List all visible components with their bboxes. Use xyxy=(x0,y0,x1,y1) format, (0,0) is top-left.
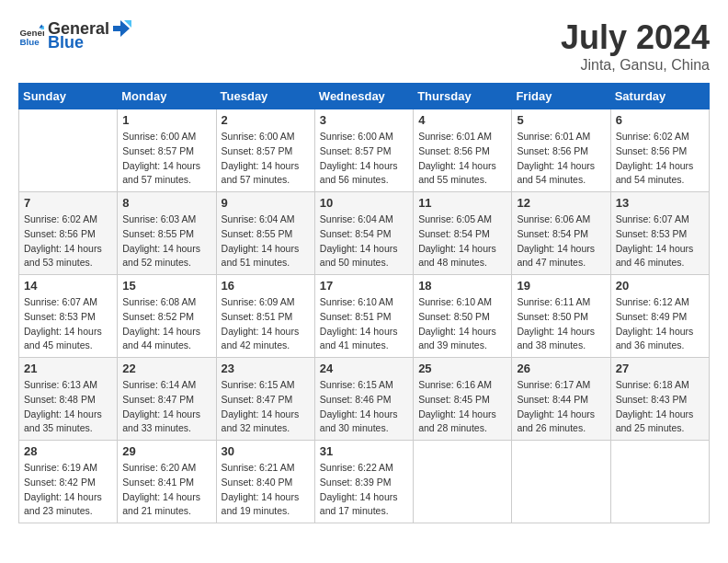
calendar-day-cell: 12Sunrise: 6:06 AMSunset: 8:54 PMDayligh… xyxy=(512,192,610,275)
day-number: 15 xyxy=(122,279,210,293)
day-number: 30 xyxy=(222,444,310,458)
calendar-day-cell: 29Sunrise: 6:20 AMSunset: 8:41 PMDayligh… xyxy=(118,441,216,523)
day-number: 16 xyxy=(222,279,310,293)
calendar-day-cell: 15Sunrise: 6:08 AMSunset: 8:52 PMDayligh… xyxy=(118,275,216,358)
logo: General Blue General Blue xyxy=(18,18,131,52)
calendar-day-cell: 8Sunrise: 6:03 AMSunset: 8:55 PMDaylight… xyxy=(118,192,216,275)
day-sun-info: Sunrise: 6:03 AMSunset: 8:55 PMDaylight:… xyxy=(122,213,210,270)
day-sun-info: Sunrise: 6:02 AMSunset: 8:56 PMDaylight:… xyxy=(616,130,704,188)
calendar-header-row: SundayMondayTuesdayWednesdayThursdayFrid… xyxy=(19,84,710,109)
day-of-week-header: Monday xyxy=(118,84,216,109)
calendar-day-cell: 21Sunrise: 6:13 AMSunset: 8:48 PMDayligh… xyxy=(19,358,118,441)
day-sun-info: Sunrise: 6:00 AMSunset: 8:57 PMDaylight:… xyxy=(320,130,408,188)
calendar-day-cell: 3Sunrise: 6:00 AMSunset: 8:57 PMDaylight… xyxy=(314,109,413,192)
day-of-week-header: Friday xyxy=(512,84,610,109)
day-sun-info: Sunrise: 6:21 AMSunset: 8:40 PMDaylight:… xyxy=(222,461,310,519)
calendar-day-cell: 4Sunrise: 6:01 AMSunset: 8:56 PMDaylight… xyxy=(414,109,512,192)
day-sun-info: Sunrise: 6:20 AMSunset: 8:41 PMDaylight:… xyxy=(122,461,210,519)
calendar-day-cell: 17Sunrise: 6:10 AMSunset: 8:51 PMDayligh… xyxy=(314,275,413,358)
calendar-day-cell: 11Sunrise: 6:05 AMSunset: 8:54 PMDayligh… xyxy=(414,192,512,275)
calendar-day-cell: 18Sunrise: 6:10 AMSunset: 8:50 PMDayligh… xyxy=(414,275,512,358)
calendar-day-cell: 14Sunrise: 6:07 AMSunset: 8:53 PMDayligh… xyxy=(19,275,118,358)
day-number: 18 xyxy=(418,279,506,293)
day-sun-info: Sunrise: 6:10 AMSunset: 8:50 PMDaylight:… xyxy=(418,295,506,353)
calendar-day-cell: 1Sunrise: 6:00 AMSunset: 8:57 PMDaylight… xyxy=(118,109,216,192)
day-number: 11 xyxy=(418,196,506,210)
day-number: 7 xyxy=(24,196,112,210)
day-sun-info: Sunrise: 6:08 AMSunset: 8:52 PMDaylight:… xyxy=(122,295,210,353)
calendar-table: SundayMondayTuesdayWednesdayThursdayFrid… xyxy=(18,83,710,523)
calendar-day-cell: 20Sunrise: 6:12 AMSunset: 8:49 PMDayligh… xyxy=(610,275,709,358)
day-number: 19 xyxy=(517,279,605,293)
calendar-day-cell: 19Sunrise: 6:11 AMSunset: 8:50 PMDayligh… xyxy=(512,275,610,358)
day-sun-info: Sunrise: 6:18 AMSunset: 8:43 PMDaylight:… xyxy=(616,378,704,436)
day-sun-info: Sunrise: 6:06 AMSunset: 8:54 PMDaylight:… xyxy=(517,213,605,270)
day-of-week-header: Wednesday xyxy=(314,84,413,109)
day-number: 17 xyxy=(320,279,408,293)
day-sun-info: Sunrise: 6:00 AMSunset: 8:57 PMDaylight:… xyxy=(122,130,210,188)
day-sun-info: Sunrise: 6:10 AMSunset: 8:51 PMDaylight:… xyxy=(320,295,408,353)
title-area: July 2024 Jinta, Gansu, China xyxy=(561,18,710,74)
calendar-day-cell xyxy=(512,441,610,523)
day-number: 10 xyxy=(320,196,408,210)
day-sun-info: Sunrise: 6:04 AMSunset: 8:55 PMDaylight:… xyxy=(222,213,310,270)
calendar-day-cell: 30Sunrise: 6:21 AMSunset: 8:40 PMDayligh… xyxy=(216,441,314,523)
day-sun-info: Sunrise: 6:04 AMSunset: 8:54 PMDaylight:… xyxy=(320,213,408,270)
day-number: 12 xyxy=(517,196,605,210)
calendar-day-cell: 31Sunrise: 6:22 AMSunset: 8:39 PMDayligh… xyxy=(314,441,413,523)
day-sun-info: Sunrise: 6:19 AMSunset: 8:42 PMDaylight:… xyxy=(24,461,112,519)
day-sun-info: Sunrise: 6:12 AMSunset: 8:49 PMDaylight:… xyxy=(616,295,704,353)
day-number: 23 xyxy=(222,362,310,375)
day-sun-info: Sunrise: 6:00 AMSunset: 8:57 PMDaylight:… xyxy=(222,130,310,188)
day-sun-info: Sunrise: 6:07 AMSunset: 8:53 PMDaylight:… xyxy=(24,295,112,353)
logo-icon: General Blue xyxy=(18,23,44,49)
logo-arrow-icon xyxy=(111,18,131,39)
calendar-day-cell: 23Sunrise: 6:15 AMSunset: 8:47 PMDayligh… xyxy=(216,358,314,441)
day-of-week-header: Thursday xyxy=(414,84,512,109)
calendar-week-row: 1Sunrise: 6:00 AMSunset: 8:57 PMDaylight… xyxy=(19,109,710,192)
calendar-day-cell xyxy=(414,441,512,523)
day-sun-info: Sunrise: 6:17 AMSunset: 8:44 PMDaylight:… xyxy=(517,378,605,436)
day-number: 24 xyxy=(320,362,408,375)
calendar-day-cell: 6Sunrise: 6:02 AMSunset: 8:56 PMDaylight… xyxy=(610,109,709,192)
calendar-day-cell: 28Sunrise: 6:19 AMSunset: 8:42 PMDayligh… xyxy=(19,441,118,523)
calendar-week-row: 7Sunrise: 6:02 AMSunset: 8:56 PMDaylight… xyxy=(19,192,710,275)
calendar-day-cell: 27Sunrise: 6:18 AMSunset: 8:43 PMDayligh… xyxy=(610,358,709,441)
page-header: General Blue General Blue July 2024 Jint… xyxy=(18,18,710,74)
day-number: 21 xyxy=(24,362,112,375)
calendar-week-row: 21Sunrise: 6:13 AMSunset: 8:48 PMDayligh… xyxy=(19,358,710,441)
calendar-day-cell: 26Sunrise: 6:17 AMSunset: 8:44 PMDayligh… xyxy=(512,358,610,441)
day-sun-info: Sunrise: 6:22 AMSunset: 8:39 PMDaylight:… xyxy=(320,461,408,519)
svg-text:Blue: Blue xyxy=(19,36,40,46)
day-sun-info: Sunrise: 6:01 AMSunset: 8:56 PMDaylight:… xyxy=(418,130,506,188)
day-sun-info: Sunrise: 6:02 AMSunset: 8:56 PMDaylight:… xyxy=(24,213,112,270)
calendar-week-row: 14Sunrise: 6:07 AMSunset: 8:53 PMDayligh… xyxy=(19,275,710,358)
day-number: 5 xyxy=(517,113,605,127)
calendar-day-cell: 22Sunrise: 6:14 AMSunset: 8:47 PMDayligh… xyxy=(118,358,216,441)
day-sun-info: Sunrise: 6:07 AMSunset: 8:53 PMDaylight:… xyxy=(616,213,704,270)
day-sun-info: Sunrise: 6:13 AMSunset: 8:48 PMDaylight:… xyxy=(24,378,112,436)
location-subtitle: Jinta, Gansu, China xyxy=(561,57,710,74)
month-title: July 2024 xyxy=(561,18,710,57)
day-number: 4 xyxy=(418,113,506,127)
day-number: 26 xyxy=(517,362,605,375)
calendar-week-row: 28Sunrise: 6:19 AMSunset: 8:42 PMDayligh… xyxy=(19,441,710,523)
calendar-day-cell: 13Sunrise: 6:07 AMSunset: 8:53 PMDayligh… xyxy=(610,192,709,275)
day-sun-info: Sunrise: 6:16 AMSunset: 8:45 PMDaylight:… xyxy=(418,378,506,436)
day-number: 1 xyxy=(122,113,210,127)
day-number: 13 xyxy=(616,196,704,210)
day-number: 14 xyxy=(24,279,112,293)
day-number: 28 xyxy=(24,444,112,458)
day-sun-info: Sunrise: 6:05 AMSunset: 8:54 PMDaylight:… xyxy=(418,213,506,270)
calendar-day-cell xyxy=(610,441,709,523)
day-number: 31 xyxy=(320,444,408,458)
day-number: 27 xyxy=(616,362,704,375)
day-of-week-header: Saturday xyxy=(610,84,709,109)
day-number: 25 xyxy=(418,362,506,375)
day-number: 9 xyxy=(222,196,310,210)
calendar-day-cell: 9Sunrise: 6:04 AMSunset: 8:55 PMDaylight… xyxy=(216,192,314,275)
day-number: 2 xyxy=(222,113,310,127)
calendar-day-cell: 7Sunrise: 6:02 AMSunset: 8:56 PMDaylight… xyxy=(19,192,118,275)
calendar-day-cell: 10Sunrise: 6:04 AMSunset: 8:54 PMDayligh… xyxy=(314,192,413,275)
day-number: 22 xyxy=(122,362,210,375)
